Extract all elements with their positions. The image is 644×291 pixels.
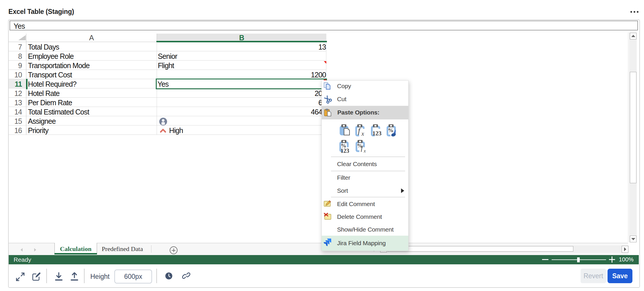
svg-text:x: x	[363, 148, 366, 153]
svg-text:%: %	[388, 127, 394, 133]
svg-text:123: 123	[341, 148, 349, 153]
svg-text:f: f	[358, 126, 361, 135]
svg-text:x: x	[361, 130, 364, 137]
svg-text:123: 123	[372, 130, 382, 137]
